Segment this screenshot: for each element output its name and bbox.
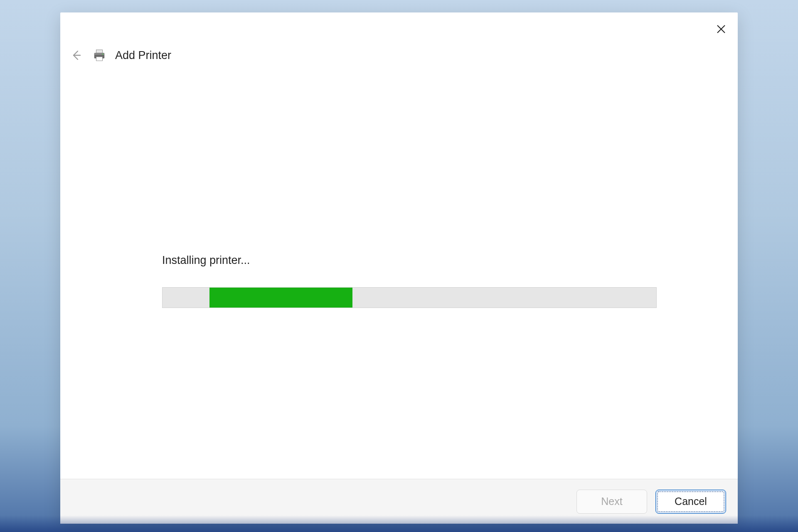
close-button[interactable] [713, 21, 729, 37]
dialog-title: Add Printer [115, 49, 171, 62]
svg-rect-3 [96, 50, 102, 53]
status-message: Installing printer... [162, 254, 250, 267]
back-button [69, 48, 84, 63]
printer-icon [93, 49, 106, 62]
desktop-background: Add Printer Installing printer... Next C… [0, 0, 798, 532]
taskbar-glow [0, 515, 798, 532]
progress-bar [162, 287, 657, 308]
content-area: Installing printer... [60, 67, 738, 479]
progress-fill [209, 288, 353, 308]
back-arrow-icon [70, 49, 82, 61]
cancel-button[interactable]: Cancel [655, 490, 726, 514]
title-row: Add Printer [60, 37, 738, 67]
dialog-header [60, 12, 738, 37]
add-printer-dialog: Add Printer Installing printer... Next C… [60, 12, 738, 524]
next-button: Next [576, 490, 647, 514]
close-icon [717, 25, 726, 34]
svg-point-7 [102, 54, 103, 54]
svg-rect-6 [96, 57, 102, 61]
